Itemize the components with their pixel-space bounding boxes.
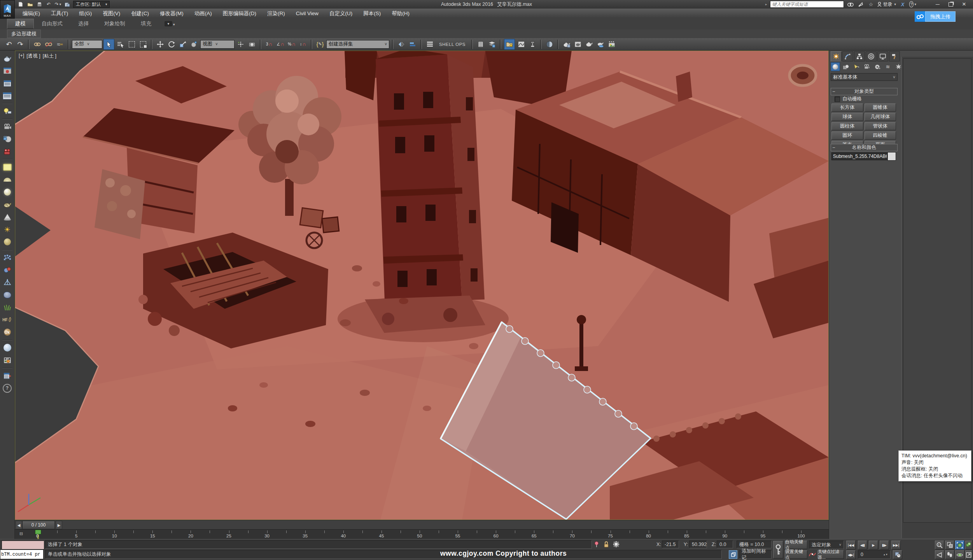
primitive-button[interactable]: 圆锥体 — [864, 103, 896, 112]
grass-icon[interactable] — [2, 301, 13, 313]
primitive-button[interactable]: 圆环 — [831, 131, 863, 140]
undo-icon[interactable]: ↶ — [45, 1, 52, 7]
use-pivot-point-center-icon[interactable] — [236, 39, 246, 49]
polygon-modeling-panel[interactable]: 多边形建模 — [7, 30, 41, 38]
sphere-primitive-icon[interactable] — [2, 186, 13, 198]
angle-snap-toggle-icon[interactable]: ∠∩ — [275, 39, 285, 49]
primitive-button[interactable]: 几何球体 — [864, 113, 896, 121]
camera-sphere-icon[interactable] — [2, 133, 13, 145]
menu-item[interactable]: 创建(C) — [126, 9, 154, 18]
render-in-cloud-icon[interactable] — [595, 39, 606, 49]
perspective-viewport[interactable]: [+] [透视 ] [粘土 ] — [15, 51, 829, 520]
maxscript-mini-listener[interactable]: bTM.count=4 pr — [0, 550, 44, 559]
redo-icon[interactable]: ↷ — [54, 1, 61, 7]
create-tab[interactable] — [831, 51, 842, 61]
zoom-extents-icon[interactable] — [955, 541, 964, 550]
baidu-drag-upload-overlay[interactable]: 拖拽上传 — [915, 11, 956, 22]
primitive-button[interactable]: 四棱锥 — [864, 131, 896, 140]
ribbon-tab[interactable]: 自由形式 — [34, 19, 70, 28]
time-slider-frame-marker[interactable]: 0 — [35, 530, 41, 539]
sign-in-button[interactable]: 登录 — [877, 1, 896, 8]
select-by-name-icon[interactable] — [116, 39, 126, 49]
scene-explorer-icon[interactable] — [504, 39, 515, 50]
utilities-tab[interactable] — [889, 51, 900, 61]
align-icon[interactable] — [408, 39, 418, 49]
undo-icon[interactable]: ↶ — [4, 39, 14, 49]
geometry-category-icon[interactable] — [831, 62, 840, 71]
project-folder-icon[interactable] — [64, 1, 71, 7]
time-slider-handle[interactable]: 0 / 100 — [22, 521, 55, 529]
blobmesh-icon[interactable] — [2, 264, 13, 276]
orbit-icon[interactable] — [955, 550, 964, 559]
shell-ops-label[interactable]: SHELL OPS — [439, 42, 466, 47]
reference-coordinate-dropdown[interactable]: 视图 — [200, 40, 234, 49]
object-type-rollout[interactable]: −对象类型 — [831, 88, 898, 95]
close-button[interactable]: × — [959, 1, 969, 7]
macro-recorder-cell[interactable] — [2, 541, 44, 550]
viewport-scene[interactable] — [15, 51, 829, 520]
zoom-all-icon[interactable] — [945, 541, 954, 550]
helpers-category-icon[interactable] — [873, 62, 882, 71]
ribbon-overflow-icon[interactable]: ▼ — [164, 21, 172, 26]
light-lister-panel-icon[interactable] — [2, 77, 13, 89]
prompt-pin-icon[interactable] — [594, 541, 599, 549]
ribbon-minimize-icon[interactable] — [172, 21, 175, 27]
space-warps-category-icon[interactable]: ≋ — [883, 62, 892, 71]
stone-well[interactable] — [789, 65, 816, 86]
primitive-button[interactable]: 圆柱体 — [831, 122, 863, 130]
select-and-manipulate-icon[interactable] — [189, 39, 199, 49]
select-and-scale-icon[interactable] — [178, 39, 188, 49]
display-tab[interactable] — [877, 51, 888, 61]
key-filters-button[interactable]: 关键点过滤器... — [817, 550, 844, 559]
ribbon-tab[interactable]: 建模 — [7, 19, 34, 29]
selection-filter-dropdown[interactable]: 全部 — [72, 40, 102, 49]
menu-item[interactable]: Civil View — [290, 9, 324, 18]
previous-frame-arrow[interactable]: ◀ — [16, 521, 22, 529]
menu-item[interactable]: 脚本(S) — [358, 9, 386, 18]
add-time-tag[interactable]: 添加时间标记 — [739, 550, 772, 559]
help-circle-icon[interactable]: ? — [2, 382, 13, 394]
property-sheet-icon[interactable] — [476, 39, 486, 49]
rectangular-selection-region-icon[interactable] — [127, 39, 137, 49]
open-file-icon[interactable] — [26, 1, 33, 7]
edit-named-selection-sets-icon[interactable]: {✎} — [315, 39, 325, 49]
set-key-button[interactable]: 设置关键点 — [785, 550, 807, 559]
select-and-link-icon[interactable] — [32, 39, 42, 49]
film-camera-icon[interactable] — [2, 121, 13, 133]
render-production-icon[interactable] — [584, 39, 594, 49]
material-palette-icon[interactable] — [2, 354, 13, 366]
percent-snap-toggle-icon[interactable]: %∩ — [287, 39, 297, 49]
render-teapot-icon[interactable] — [2, 52, 13, 64]
x-coordinate-field[interactable]: -21.5 — [662, 541, 679, 548]
ribbon-tab[interactable]: 填充 — [133, 19, 159, 28]
absolute-mode-transform-icon[interactable] — [613, 541, 620, 549]
favorites-star-icon[interactable]: ☆ — [867, 1, 874, 7]
light-bulb-tool-icon[interactable] — [2, 105, 13, 117]
unlink-selection-icon[interactable] — [44, 39, 54, 49]
save-icon[interactable] — [36, 1, 43, 7]
primitive-button[interactable]: 长方体 — [831, 103, 863, 112]
snaps-toggle-3d-icon[interactable]: 3∩ — [264, 39, 274, 49]
autogrid-checkbox[interactable] — [835, 96, 840, 102]
play-button[interactable]: ▶ — [869, 541, 878, 550]
search-collapse-icon[interactable]: ▸ — [765, 2, 767, 6]
primitive-button[interactable]: 球体 — [831, 113, 863, 121]
name-and-color-rollout[interactable]: −名称和颜色 — [831, 144, 898, 151]
sphere-tan-icon[interactable] — [2, 236, 13, 248]
zoom-icon[interactable]: ± — [935, 541, 944, 550]
menu-item[interactable]: 渲染(R) — [262, 9, 290, 18]
menu-item[interactable]: 编辑(E) — [17, 9, 46, 18]
render-setup-icon[interactable] — [562, 39, 572, 49]
field-of-view-icon[interactable] — [935, 550, 944, 559]
next-frame-arrow[interactable]: ▶ — [56, 521, 62, 529]
scatter-cubes-icon[interactable] — [2, 252, 13, 263]
previous-frame-button[interactable]: ◀▮ — [858, 541, 867, 550]
menu-item[interactable]: 动画(A) — [189, 9, 217, 18]
pyramid-gizmo-icon[interactable] — [2, 276, 13, 288]
object-name-field[interactable] — [831, 152, 888, 160]
minimize-button[interactable]: ─ — [933, 1, 943, 7]
cone-primitive-icon[interactable] — [2, 211, 13, 223]
select-and-place-icon[interactable] — [247, 39, 257, 49]
viewport-menu-plus[interactable]: [+] — [19, 53, 24, 60]
menu-item[interactable]: 修改器(M) — [154, 9, 189, 18]
